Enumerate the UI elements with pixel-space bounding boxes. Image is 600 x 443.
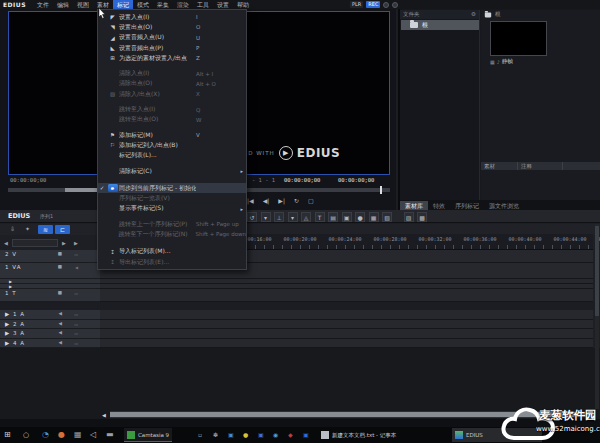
track-mute-icon[interactable]: ◀ xyxy=(59,340,62,345)
tray-icon-1[interactable]: ▫ xyxy=(198,431,202,439)
step-back-icon[interactable]: ◀| xyxy=(263,197,270,204)
root-folder-item[interactable]: 根 xyxy=(401,20,479,30)
menubar-item-2[interactable]: 视图 xyxy=(73,0,93,9)
track-3a-header[interactable]: ▶ 3 A◀▭ xyxy=(0,329,100,339)
frame-icon[interactable]: ▣ xyxy=(342,212,352,222)
tray-icon-2[interactable]: ✽ xyxy=(213,431,218,439)
tray-icon-8[interactable]: ▣ xyxy=(303,431,309,439)
recorder-mode-button[interactable]: REC xyxy=(366,1,380,8)
taskbar-notepad-button[interactable]: 新建文本文档.txt - 记事本 xyxy=(318,428,399,442)
track-mute-icon[interactable]: ■ xyxy=(58,290,62,295)
menubar-item-7[interactable]: 渲染 xyxy=(173,0,193,9)
menu-item-23[interactable]: 跳转至上一个序列标记(P)Shift + Page up xyxy=(98,219,246,229)
menubar-item-8[interactable]: 工具 xyxy=(193,0,213,9)
menu-item-4[interactable]: ⊞为选定的素材设置入/出点Z xyxy=(98,53,246,63)
menu-item-8[interactable]: ▧清除入/出点(X)X xyxy=(98,89,246,99)
ripple-mode-icon[interactable]: ✦ xyxy=(25,225,30,232)
menu-item-21[interactable]: 显示事件标记(S)▸ xyxy=(98,204,246,214)
menubar-item-6[interactable]: 采集 xyxy=(153,0,173,9)
menu-item-20[interactable]: 序列标记一览表(V) xyxy=(98,193,246,203)
firefox-icon[interactable]: ● xyxy=(58,431,65,439)
taskbar-camtasia-button[interactable]: Camtasia 9 xyxy=(124,428,172,442)
menu-item-0[interactable]: ◤设置入点(I)I xyxy=(98,12,246,22)
track-mute-icon[interactable]: ◀ xyxy=(59,321,62,326)
track-lock-icon[interactable]: ▭ xyxy=(74,322,78,327)
menu-item-13[interactable]: ⚑添加标记(M)V xyxy=(98,130,246,140)
track-lock-icon[interactable]: ▭ xyxy=(74,331,78,336)
layout-toggle-icon[interactable] xyxy=(383,2,389,8)
vertical-scrollbar[interactable] xyxy=(595,224,599,409)
keyboard-icon[interactable]: ▬ xyxy=(106,431,114,439)
column-clip[interactable]: 素材 xyxy=(481,162,518,170)
zoom-in-icon[interactable]: ▶ xyxy=(62,240,66,246)
seq-icon-2[interactable]: ▧ xyxy=(382,212,392,222)
track-mute-icon[interactable]: ■ xyxy=(58,251,62,256)
voiceover-icon[interactable]: ● xyxy=(355,212,365,222)
menu-item-14[interactable]: ⚐添加标记到入/出点(B) xyxy=(98,140,246,150)
menubar-item-1[interactable]: 编辑 xyxy=(53,0,73,9)
seq-icon-3[interactable]: ▨ xyxy=(404,212,414,222)
track-lock-icon[interactable]: ▭ xyxy=(74,312,78,317)
track-lock-icon[interactable]: ▭ xyxy=(74,291,78,296)
track-mute-icon[interactable]: ■ xyxy=(58,264,62,269)
undo-icon[interactable]: ↺ xyxy=(247,212,257,222)
track-2a-header[interactable]: ▶ 2 A◀▭ xyxy=(0,320,100,330)
tray-icon-5[interactable]: ▣ xyxy=(258,431,264,439)
menu-item-1[interactable]: ◥设置出点(O)O xyxy=(98,22,246,32)
menu-item-11[interactable]: 跳转至出点(O)W xyxy=(98,115,246,125)
track-lock-icon[interactable]: ▭ xyxy=(74,252,78,257)
prev-frame-icon[interactable]: |◀ xyxy=(247,197,254,204)
menu-item-7[interactable]: 清除出点(O)Alt + O xyxy=(98,79,246,89)
menu-item-19[interactable]: ✓e同步到当前序列标记 - 初始化(I) xyxy=(98,183,246,193)
cortana-icon[interactable]: ○ xyxy=(23,431,29,439)
clipboard-icon[interactable]: ▤ xyxy=(328,212,338,222)
track-1a-lane[interactable] xyxy=(100,310,593,320)
clip-thumbnail[interactable] xyxy=(490,21,547,56)
track-3a-lane[interactable] xyxy=(100,329,593,339)
menu-item-26[interactable]: ↧导入标记列表(M)... xyxy=(98,247,246,257)
player-mode-button[interactable]: PLR xyxy=(350,1,363,8)
tray-icon-4[interactable]: ● xyxy=(243,431,248,439)
menu-item-17[interactable]: 清除标记(C)▸ xyxy=(98,166,246,176)
track-lock-icon[interactable]: ◀ xyxy=(75,265,78,270)
tab-3[interactable]: 源文件浏览 xyxy=(484,201,524,210)
tray-icon-6[interactable]: ◉ xyxy=(273,431,278,439)
fit-icon[interactable]: ▶ xyxy=(74,240,78,246)
menu-item-6[interactable]: 清除入点(I)Alt + I xyxy=(98,68,246,78)
overwrite-mode-button[interactable]: ⊏ xyxy=(55,225,70,234)
menubar-item-5[interactable]: 模式 xyxy=(133,0,153,9)
menubar-item-0[interactable]: 文件 xyxy=(33,0,53,9)
seq-icon-4[interactable]: ▩ xyxy=(417,212,427,222)
track-lock-icon[interactable]: ▭ xyxy=(74,341,78,346)
tray-icon-7[interactable]: ◆ xyxy=(288,431,293,439)
menu-item-10[interactable]: 跳转至入点(I)Q xyxy=(98,104,246,114)
add-cut-point-icon[interactable]: ⊥ xyxy=(274,212,284,222)
scroll-left-icon[interactable]: ◀ xyxy=(102,412,106,418)
track-mute-icon[interactable]: ◀ xyxy=(59,311,62,316)
menubar-item-10[interactable]: 帮助 xyxy=(233,0,253,9)
menu-item-3[interactable]: ◣设置音频出点(P)P xyxy=(98,43,246,53)
menu-item-15[interactable]: 标记列表(L)... xyxy=(98,151,246,161)
tray-icon-3[interactable]: ▣ xyxy=(228,431,234,439)
menu-item-27[interactable]: ↥导出标记列表(E)... xyxy=(98,257,246,267)
tab-1[interactable]: 特效 xyxy=(428,201,450,210)
column-comment[interactable]: 注释 xyxy=(518,162,563,170)
track-1t-lane[interactable] xyxy=(100,289,593,302)
mode-icon[interactable]: ◬ xyxy=(301,212,311,222)
speaker-icon[interactable]: ◁ xyxy=(90,431,96,439)
track-mute-icon[interactable]: ◀ xyxy=(59,330,62,335)
seq-icon-1[interactable]: ▦ xyxy=(369,212,379,222)
tab-0[interactable]: 素材库 xyxy=(400,201,428,210)
track-4a-lane[interactable] xyxy=(100,339,593,349)
title-tool-icon[interactable]: T xyxy=(315,212,325,222)
window-toggle-icon[interactable] xyxy=(392,2,398,8)
insert-mode-button[interactable]: ≋ xyxy=(38,225,53,234)
sync-mode-icon[interactable]: ⇩ xyxy=(10,225,15,232)
track-2v-header[interactable]: 2 V■▭ xyxy=(0,250,100,263)
menubar-item-9[interactable]: 设置 xyxy=(213,0,233,9)
track-2a-lane[interactable] xyxy=(100,320,593,330)
browser-icon[interactable]: ◔ xyxy=(42,431,49,439)
gear-icon[interactable]: ⚙ xyxy=(471,11,476,17)
undo-dropdown-icon[interactable]: ▾ xyxy=(261,212,271,222)
cut-dropdown-icon[interactable]: ▾ xyxy=(288,212,298,222)
